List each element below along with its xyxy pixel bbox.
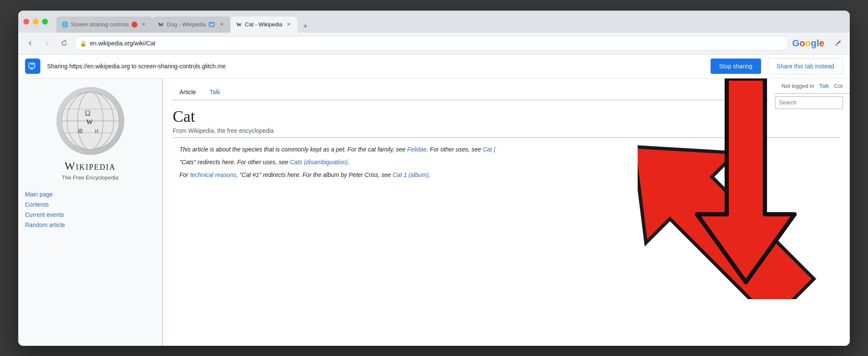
nav-link-random-article[interactable]: Random article <box>25 221 155 228</box>
link-felidae[interactable]: Felidae <box>407 146 427 153</box>
new-tab-button[interactable]: + <box>299 21 311 33</box>
tab-close-cat-wikipedia[interactable]: ✕ <box>285 21 292 28</box>
wikipedia-w-favicon-icon: W <box>158 21 165 28</box>
cor-text: Cor <box>834 83 843 89</box>
sharing-bar: Sharing https://en.wikipedia.org to scre… <box>18 55 850 78</box>
svg-rect-3 <box>31 62 34 65</box>
talk-link[interactable]: Talk <box>819 83 829 89</box>
lock-icon: 🔒 <box>80 40 87 47</box>
minimize-button[interactable] <box>33 19 39 25</box>
tab-close-screen-sharing[interactable]: ✕ <box>140 21 148 28</box>
wikipedia-sidebar: Ω W 維 И Wikipedia The Free Encyclopedia … <box>18 78 162 346</box>
back-button[interactable] <box>23 36 37 50</box>
traffic-lights <box>23 19 48 25</box>
svg-text:И: И <box>95 128 98 134</box>
close-button[interactable] <box>23 19 29 25</box>
hatnote-2: "Cats" redirects here. For other uses, s… <box>173 157 840 167</box>
nav-link-contents[interactable]: Contents <box>25 201 155 208</box>
svg-text:W: W <box>86 118 93 126</box>
article-tagline: From Wikipedia, the free encyclopedia <box>173 127 840 138</box>
tab-article[interactable]: Article <box>173 85 203 100</box>
wikipedia-title: Wikipedia <box>64 160 116 173</box>
nav-link-current-events[interactable]: Current events <box>25 211 155 218</box>
stop-sharing-button[interactable]: Stop sharing <box>711 59 761 74</box>
hatnote-1: This article is about the species that i… <box>173 145 840 154</box>
link-cat-1-album[interactable]: Cat 1 (album) <box>393 171 429 178</box>
wiki-search-container <box>768 94 850 112</box>
tab-dog-wikipedia-label: Dog - Wikipedia <box>167 21 206 28</box>
svg-rect-1 <box>210 22 213 24</box>
link-cat-disambiguation[interactable]: Cat ( <box>483 146 496 153</box>
maximize-button[interactable] <box>42 19 48 25</box>
svg-text:Ω: Ω <box>85 109 90 118</box>
title-bar: 🌐 Screen sharing controls ✕ W Dog - Wiki… <box>18 11 850 33</box>
tab-screen-sharing-label: Screen sharing controls <box>71 21 129 28</box>
share-screen-icon <box>208 21 215 28</box>
recording-dot-icon <box>132 22 137 28</box>
address-bar[interactable]: 🔒 en.wikipedia.org/wiki/Cat <box>74 36 789 50</box>
not-logged-in-text: Not logged in <box>781 83 814 89</box>
forward-button[interactable] <box>40 36 54 50</box>
wiki-search-input[interactable] <box>775 96 843 109</box>
nav-link-main-page[interactable]: Main page <box>25 191 155 198</box>
article-title: Cat <box>173 107 840 126</box>
tab-dog-wikipedia[interactable]: W Dog - Wikipedia ✕ <box>153 17 231 33</box>
wikipedia-main-content: Article Talk Read View source Cat From W… <box>162 78 850 346</box>
page-content: Ω W 維 И Wikipedia The Free Encyclopedia … <box>18 78 850 346</box>
wiki-user-bar: Not logged in Talk Cor <box>775 78 850 94</box>
google-logo: Google <box>792 38 824 49</box>
svg-text:維: 維 <box>77 128 83 134</box>
link-technical-reasons[interactable]: technical reasons <box>190 171 236 178</box>
url-text: en.wikipedia.org/wiki/Cat <box>90 40 155 47</box>
wikipedia-globe-logo: Ω W 維 И <box>56 87 124 155</box>
tab-close-dog-wikipedia[interactable]: ✕ <box>218 21 225 28</box>
tab-screen-sharing[interactable]: 🌐 Screen sharing controls ✕ <box>56 17 153 33</box>
sharing-message: Sharing https://en.wikipedia.org to scre… <box>47 63 704 70</box>
sharing-icon <box>25 59 40 74</box>
tab-cat-wikipedia-label: Cat - Wikipedia <box>245 21 282 28</box>
hatnote-3: For technical reasons, "Cat #1" redirect… <box>173 170 840 179</box>
refresh-button[interactable] <box>57 36 71 50</box>
tabs-bar: 🌐 Screen sharing controls ✕ W Dog - Wiki… <box>56 11 845 33</box>
share-this-tab-button[interactable]: Share this tab instead <box>768 58 843 74</box>
wikipedia-subtitle: The Free Encyclopedia <box>62 174 119 181</box>
browser-window: 🌐 Screen sharing controls ✕ W Dog - Wiki… <box>18 11 850 346</box>
share-page-button[interactable] <box>831 36 845 50</box>
wikipedia-content-tabs: Article Talk Read View source <box>173 85 840 100</box>
wikipedia-w-active-favicon-icon: W <box>235 21 242 28</box>
link-cats-disambiguation[interactable]: Cats (disambiguation) <box>290 159 348 165</box>
wiki-article-tabs: Article Talk <box>173 85 227 100</box>
nav-bar: 🔒 en.wikipedia.org/wiki/Cat Google <box>18 33 850 55</box>
globe-favicon-icon: 🌐 <box>62 21 68 28</box>
wikipedia-nav-links: Main page Contents Current events Random… <box>25 191 155 228</box>
tab-talk[interactable]: Talk <box>203 85 227 100</box>
tab-cat-wikipedia[interactable]: W Cat - Wikipedia ✕ <box>230 17 297 33</box>
